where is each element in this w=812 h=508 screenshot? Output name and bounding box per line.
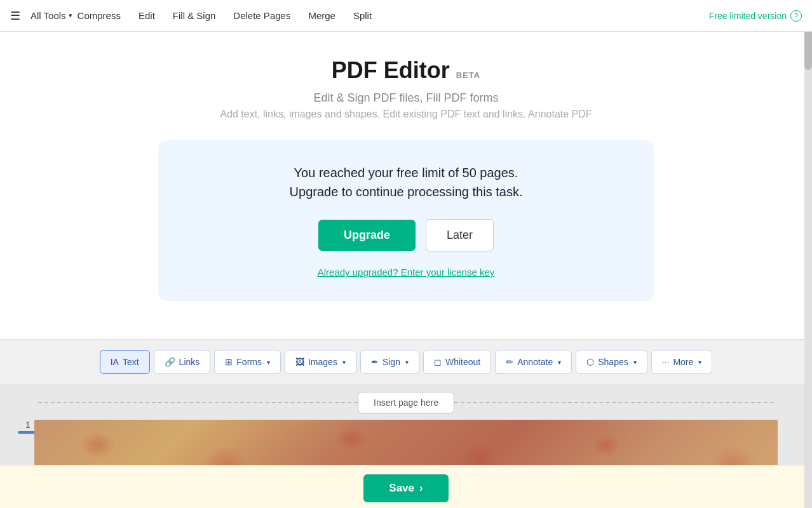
upgrade-buttons: Upgrade Later [196,219,616,251]
forms-label: Forms [236,357,262,367]
whiteout-label: Whiteout [445,357,480,367]
free-limited-version[interactable]: Free limited version ? [709,10,802,22]
sign-label: Sign [382,357,400,367]
forms-arrow: ▾ [267,359,270,366]
toolbar-sign-button[interactable]: ✒ Sign ▾ [360,350,419,374]
upgrade-button[interactable]: Upgrade [318,220,416,251]
nav-item-split[interactable]: Split [353,10,372,22]
more-label: More [673,357,693,367]
editor-area: Insert page here 1 Save › [0,384,812,508]
all-tools-dropdown[interactable]: All Tools ▾ [30,10,72,21]
save-arrow-icon: › [419,482,423,495]
chevron-down-icon: ▾ [69,11,72,20]
nav-item-fill-sign[interactable]: Fill & Sign [173,10,216,22]
limit-line2: Upgrade to continue processing this task… [290,185,523,199]
toolbar-text-button[interactable]: IA Text [100,350,150,374]
nav-item-edit[interactable]: Edit [139,10,155,22]
subtitle1: Edit & Sign PDF files, Fill PDF forms [313,91,498,105]
subtitle2: Add text, links, images and shapes. Edit… [220,109,592,120]
annotate-label: Annotate [517,357,553,367]
annotate-arrow: ▾ [558,359,561,366]
toolbar-images-button[interactable]: 🖼 Images ▾ [285,350,356,374]
nav-item-compress[interactable]: Compress [78,10,121,22]
license-key-link[interactable]: Already upgraded? Enter your license key [318,267,495,277]
all-tools-label: All Tools [30,10,66,21]
shapes-icon: ⬡ [586,357,594,367]
insert-line-right [454,402,774,403]
limit-text: You reached your free limit of 50 pages.… [196,163,616,201]
limit-line1: You reached your free limit of 50 pages. [294,166,518,180]
toolbar: IA Text 🔗 Links ⊞ Forms ▾ 🖼 Images ▾ ✒ S… [100,350,713,374]
more-arrow: ▾ [698,359,701,366]
toolbar-forms-button[interactable]: ⊞ Forms ▾ [214,350,281,374]
toolbar-area: IA Text 🔗 Links ⊞ Forms ▾ 🖼 Images ▾ ✒ S… [0,339,812,384]
save-label: Save [389,482,414,495]
images-arrow: ▾ [342,359,346,366]
title-row: PDF Editor BETA [332,57,480,84]
insert-page-button[interactable]: Insert page here [358,392,454,413]
text-label: Text [123,357,139,367]
page-title: PDF Editor [332,57,450,84]
toolbar-annotate-button[interactable]: ✏ Annotate ▾ [495,350,572,374]
toolbar-shapes-button[interactable]: ⬡ Shapes ▾ [576,350,647,374]
toolbar-whiteout-button[interactable]: ◻ Whiteout [423,350,491,374]
sign-arrow: ▾ [405,359,409,366]
right-scrollbar[interactable] [804,0,812,508]
nav-links: Compress Edit Fill & Sign Delete Pages M… [78,10,709,22]
images-label: Images [308,357,337,367]
free-limited-label: Free limited version [709,11,787,21]
sign-icon: ✒ [371,357,379,367]
main-content: PDF Editor BETA Edit & Sign PDF files, F… [0,32,812,339]
shapes-arrow: ▾ [633,359,637,366]
shapes-label: Shapes [598,357,628,367]
page-number: 1 [25,420,30,430]
images-icon: 🖼 [295,357,304,367]
nav-item-merge[interactable]: Merge [308,10,335,22]
nav-item-delete-pages[interactable]: Delete Pages [233,10,290,22]
upgrade-banner: You reached your free limit of 50 pages.… [158,140,654,301]
forms-icon: ⊞ [225,357,233,367]
insert-line-left [38,402,358,403]
save-footer: Save › [0,465,812,508]
links-icon: 🔗 [165,357,175,367]
navbar: ☰ All Tools ▾ Compress Edit Fill & Sign … [0,0,812,32]
menu-icon[interactable]: ☰ [10,9,20,23]
later-button[interactable]: Later [426,219,494,251]
save-button[interactable]: Save › [363,474,448,502]
insert-page-row: Insert page here [0,392,812,413]
beta-badge: BETA [456,70,480,80]
whiteout-icon: ◻ [434,357,442,367]
help-icon[interactable]: ? [790,10,802,22]
links-label: Links [179,357,200,367]
more-icon: ··· [662,357,670,367]
toolbar-more-button[interactable]: ··· More ▾ [651,350,713,374]
text-icon: IA [111,357,119,367]
annotate-icon: ✏ [506,357,513,367]
toolbar-links-button[interactable]: 🔗 Links [154,350,211,374]
